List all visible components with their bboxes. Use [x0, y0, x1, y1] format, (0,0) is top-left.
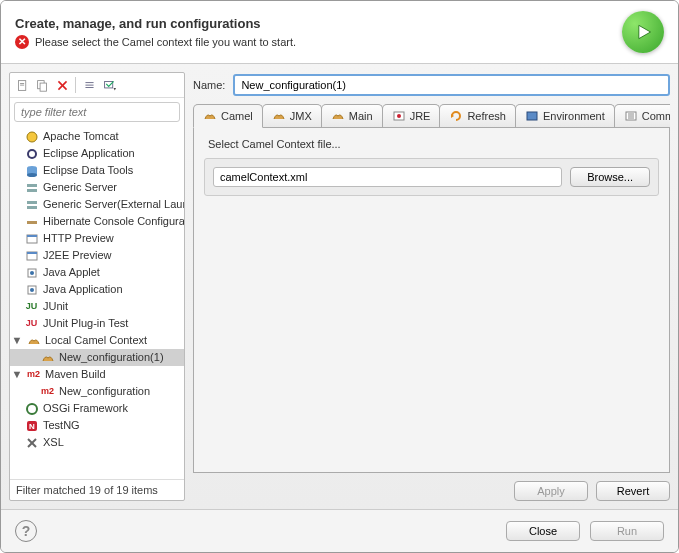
java-icon [24, 265, 39, 280]
camel-icon [26, 333, 41, 348]
java-icon [24, 282, 39, 297]
tab-camel[interactable]: Camel [193, 104, 263, 128]
tree-item-label: TestNG [43, 418, 80, 433]
tree-item[interactable]: JUJUnit [10, 298, 184, 315]
run-hero-icon [622, 11, 664, 53]
svg-rect-8 [85, 82, 93, 83]
camel-icon [331, 109, 345, 123]
tree-item[interactable]: Generic Server(External Launch) [10, 196, 184, 213]
tree-item[interactable]: Generic Server [10, 179, 184, 196]
svg-rect-10 [85, 87, 93, 88]
svg-rect-20 [27, 189, 37, 192]
env-icon [525, 109, 539, 123]
tab-jre[interactable]: JRE [382, 104, 441, 127]
tab-label: Refresh [467, 110, 506, 122]
config-tree[interactable]: Apache TomcatEclipse ApplicationEclipse … [10, 126, 184, 479]
dialog-footer: ? Close Run [1, 509, 678, 552]
junit-icon: JU [24, 299, 39, 314]
tab-environment[interactable]: Environment [515, 104, 615, 127]
osgi-icon [24, 401, 39, 416]
tree-item-label: New_configuration [59, 384, 150, 399]
tree-item[interactable]: Apache Tomcat [10, 128, 184, 145]
dialog-message-text: Please select the Camel context file you… [35, 36, 296, 48]
svg-point-38 [397, 114, 401, 118]
filter-input[interactable] [14, 102, 180, 122]
tab-jmx[interactable]: JMX [262, 104, 322, 127]
close-button[interactable]: Close [506, 521, 580, 541]
tree-item[interactable]: XSL [10, 434, 184, 451]
tree-item[interactable]: ▼m2Maven Build [10, 366, 184, 383]
common-icon [624, 109, 638, 123]
browse-button[interactable]: Browse... [570, 167, 650, 187]
svg-point-32 [27, 404, 37, 414]
tree-item[interactable]: ▼Local Camel Context [10, 332, 184, 349]
help-button[interactable]: ? [15, 520, 37, 542]
svg-rect-5 [40, 83, 47, 91]
hibernate-icon [24, 214, 39, 229]
tree-item-label: J2EE Preview [43, 248, 111, 263]
camel-icon [272, 109, 286, 123]
dialog-header: Create, manage, and run configurations ✕… [1, 1, 678, 64]
apply-button[interactable]: Apply [514, 481, 588, 501]
tab-refresh[interactable]: Refresh [439, 104, 516, 127]
svg-text:N: N [29, 422, 35, 431]
svg-point-31 [30, 288, 34, 292]
tab-panel-camel: Select Camel Context file... Browse... [193, 127, 670, 473]
tree-item[interactable]: NTestNG [10, 417, 184, 434]
tree-item[interactable]: Java Application [10, 281, 184, 298]
tab-label: JMX [290, 110, 312, 122]
junit-plugin-icon: JU [24, 316, 39, 331]
tree-item-label: HTTP Preview [43, 231, 114, 246]
tree-item[interactable]: Eclipse Application [10, 145, 184, 162]
context-file-input[interactable] [213, 167, 562, 187]
svg-rect-9 [85, 84, 93, 85]
dialog-title: Create, manage, and run configurations [15, 16, 622, 31]
svg-rect-2 [20, 83, 24, 84]
tree-item[interactable]: Eclipse Data Tools [10, 162, 184, 179]
tree-item[interactable]: OSGi Framework [10, 400, 184, 417]
error-icon: ✕ [15, 35, 29, 49]
tree-item-label: Eclipse Data Tools [43, 163, 133, 178]
server-icon [24, 197, 39, 212]
collapse-all-button[interactable] [80, 76, 98, 94]
tree-item[interactable]: New_configuration(1) [10, 349, 184, 366]
tree-item[interactable]: JUJUnit Plug-in Test [10, 315, 184, 332]
tab-common[interactable]: Common [614, 104, 670, 127]
name-input[interactable] [233, 74, 670, 96]
revert-button[interactable]: Revert [596, 481, 670, 501]
tree-toggle-icon[interactable]: ▼ [12, 370, 22, 380]
delete-config-button[interactable] [53, 76, 71, 94]
tab-main[interactable]: Main [321, 104, 383, 127]
svg-rect-21 [27, 201, 37, 204]
svg-rect-40 [527, 112, 537, 120]
tree-item-label: Generic Server [43, 180, 117, 195]
new-config-button[interactable] [13, 76, 31, 94]
tab-label: Main [349, 110, 373, 122]
tab-label: Environment [543, 110, 605, 122]
tree-item[interactable]: Java Applet [10, 264, 184, 281]
run-button[interactable]: Run [590, 521, 664, 541]
dialog-message: ✕ Please select the Camel context file y… [15, 35, 622, 49]
filter-status: Filter matched 19 of 19 items [10, 479, 184, 500]
http-icon [24, 231, 39, 246]
filter-menu-button[interactable] [100, 76, 118, 94]
config-tabbar: CamelJMXMainJRERefreshEnvironmentCommon [193, 104, 670, 127]
tree-item[interactable]: Hibernate Console Configuration [10, 213, 184, 230]
tree-item-label: Java Application [43, 282, 123, 297]
tree-item-label: XSL [43, 435, 64, 450]
tree-item[interactable]: m2New_configuration [10, 383, 184, 400]
tree-toggle-icon[interactable]: ▼ [12, 336, 22, 346]
svg-rect-27 [27, 252, 37, 254]
tree-item-label: New_configuration(1) [59, 350, 164, 365]
tree-item-label: Local Camel Context [45, 333, 147, 348]
tree-item-label: OSGi Framework [43, 401, 128, 416]
name-label: Name: [193, 79, 225, 91]
tomcat-icon [24, 129, 39, 144]
camel-icon [40, 350, 55, 365]
tree-item[interactable]: J2EE Preview [10, 247, 184, 264]
section-label: Select Camel Context file... [204, 138, 659, 150]
svg-rect-19 [27, 184, 37, 187]
duplicate-config-button[interactable] [33, 76, 51, 94]
tree-item[interactable]: HTTP Preview [10, 230, 184, 247]
tree-item-label: Hibernate Console Configuration [43, 214, 184, 229]
